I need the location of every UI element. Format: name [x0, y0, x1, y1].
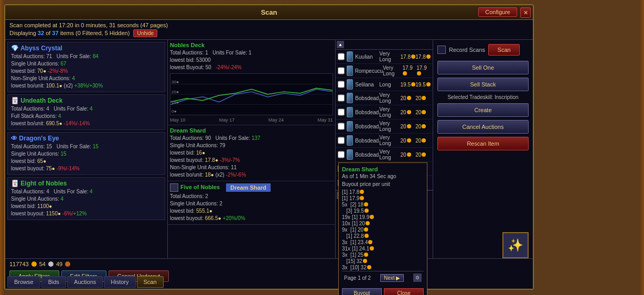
tooltip-row: 19x [1] 19.9 — [342, 214, 424, 220]
chart-x-labels-1: May 10May 17May 24May 31 — [170, 117, 333, 123]
item-portrait-icon: ✨ — [503, 233, 528, 257]
auction-duration: Very Long — [379, 121, 400, 132]
auction-bid: 19.5 — [401, 82, 416, 88]
unhide-button[interactable]: Unhide — [133, 29, 157, 37]
configure-button[interactable]: Configure — [478, 7, 517, 17]
page-label: Page 1 of 2 — [344, 275, 371, 281]
status-text1: Scan completed at 17:20 in 0 minutes, 31… — [9, 22, 168, 28]
status-count: 32 — [38, 30, 44, 36]
auction-row[interactable]: Bobsdead Very Long 20 20 — [336, 105, 433, 119]
tooltip-close-button[interactable]: Close — [384, 288, 424, 295]
tab-browse[interactable]: Browse — [7, 276, 40, 288]
next-page-button[interactable]: Next ▶ — [380, 274, 404, 282]
auction-row[interactable]: Bobsdead Very Long 20 20 — [336, 134, 433, 148]
tooltip-row: [1] 17.8 — [342, 189, 424, 195]
list-item[interactable]: 🃏 Eight of Nobles Total Auctions: 4 Unit… — [7, 177, 165, 220]
auction-buyout: 20 — [415, 124, 431, 129]
silver-coin-icon — [48, 261, 53, 267]
auction-checkbox[interactable] — [338, 151, 345, 158]
auction-bid: 17.9 — [402, 65, 416, 77]
tooltip-row: 3x [10] 32 — [342, 265, 424, 270]
list-item[interactable]: 👁 Dragon's Eye Total Auctions: 15 Units … — [7, 132, 165, 175]
auction-checkbox[interactable] — [338, 81, 345, 88]
auction-seller: Bobsdead — [355, 95, 379, 101]
tooltip-row: [15] 32 — [342, 258, 424, 264]
chart-graph-1: 30● 20● 10● 0● — [170, 73, 333, 115]
sell-one-button[interactable]: Sell One — [437, 61, 529, 74]
svg-text:0●: 0● — [171, 109, 177, 114]
tab-auctions[interactable]: Auctions — [67, 276, 103, 288]
auction-checkbox[interactable] — [338, 137, 345, 144]
auction-item-icon — [347, 93, 353, 103]
create-button[interactable]: Create — [437, 103, 529, 117]
tab-scan[interactable]: Scan — [137, 276, 164, 288]
chart-title-3: Five of Nobles — [180, 184, 220, 190]
auction-row[interactable]: Bobsdead Very Long 20 20 — [336, 91, 433, 105]
auction-checkbox[interactable] — [338, 67, 345, 74]
item-portrait: ✨ — [502, 232, 529, 258]
record-scans-checkbox[interactable] — [437, 46, 446, 54]
settings-icon[interactable]: ⚙ — [413, 274, 422, 282]
tooltip-popup: Dream Shard As of 1 Min 34 Sec ago Buyou… — [338, 162, 427, 295]
buyout-button[interactable]: Buyout — [342, 288, 382, 295]
tab-bids[interactable]: Bids — [41, 276, 66, 288]
scan-button[interactable]: Scan — [488, 44, 520, 56]
status-total: 37 — [52, 30, 58, 36]
item-name-2: 🃏 Undeath Deck — [11, 97, 162, 104]
window-title: Scan — [261, 8, 277, 16]
item-name-1: 💎 Abyss Crystal — [11, 45, 162, 52]
auction-duration: Long — [379, 82, 400, 88]
tooltip-row: 31x [1] 24.1 — [342, 246, 424, 252]
auction-seller: Bobsdead — [355, 124, 379, 129]
svg-text:10●: 10● — [171, 100, 179, 105]
title-bar: Scan Configure ✕ — [5, 5, 533, 20]
page-info: Page 1 of 2 Next ▶ ⚙ — [342, 271, 424, 284]
auction-seller: Kuulian — [355, 54, 379, 60]
list-item[interactable]: 💎 Abyss Crystal Total Auctions: 71 Units… — [7, 42, 165, 92]
list-item[interactable]: 🃏 Undeath Deck Total Auctions: 4 Units F… — [7, 94, 165, 130]
auction-duration: Very Long — [379, 92, 400, 104]
sell-stack-button[interactable]: Sell Stack — [437, 78, 529, 91]
currency-bar: 117743 54 49 — [5, 259, 533, 269]
svg-text:30●: 30● — [171, 80, 179, 84]
tooltip-row: 10x [1] 20 — [342, 221, 424, 226]
status-of: of — [46, 30, 52, 36]
auction-row[interactable]: Kuulian Very Long 17.8 17.8 — [336, 50, 433, 64]
copper-coin-icon — [65, 261, 70, 267]
auction-row[interactable]: Bobsdead Very Long 20 20 — [336, 148, 433, 162]
item-stats-4: Total Auctions: 4 Units For Sale: 4 Sing… — [11, 188, 162, 217]
auction-bid: 17.8 — [401, 54, 416, 60]
gold-coin-icon — [31, 261, 37, 267]
status-line2: Displaying 32 of 37 items (0 Filtered, 5… — [9, 29, 529, 37]
auction-checkbox[interactable] — [338, 53, 345, 60]
auction-buyout: 17.9 — [416, 65, 431, 77]
rescan-button[interactable]: Rescan Item — [437, 137, 529, 150]
auction-checkbox[interactable] — [338, 94, 345, 102]
auction-row[interactable]: Rompecucu Very Long 17.9 17.9 — [336, 64, 433, 78]
record-scans-row: Record Scans Scan — [437, 44, 529, 56]
tab-history[interactable]: History — [104, 276, 135, 288]
auction-checkbox[interactable] — [338, 123, 345, 130]
auction-buyout: 20 — [415, 95, 431, 101]
gold-amount: 117743 — [9, 261, 29, 267]
auction-row[interactable]: Bobsdead Very Long 20 20 — [336, 119, 433, 134]
close-button[interactable]: ✕ — [520, 7, 531, 18]
auction-item-icon — [347, 79, 353, 90]
auction-seller: Bobsdead — [355, 152, 379, 158]
status-prefix: Displaying — [9, 30, 38, 36]
auction-checkbox[interactable] — [338, 108, 345, 116]
cancel-auctions-button[interactable]: Cancel Auctions — [437, 120, 529, 134]
auction-row[interactable]: Selilana Long 19.5 19.5 — [336, 78, 433, 91]
tooltip-row: [3] 19.5 — [342, 208, 424, 214]
scroll-up-arrow[interactable]: ▲ — [337, 41, 344, 48]
auction-duration: Very Long — [379, 106, 400, 118]
auction-duration: Very Long — [379, 149, 400, 160]
status-bar: Scan completed at 17:20 in 0 minutes, 31… — [5, 20, 533, 40]
item-stats-2: Total Auctions: 4 Units For Sale: 4 Full… — [11, 105, 162, 127]
auction-item-icon — [347, 149, 353, 160]
item-name-3: 👁 Dragon's Eye — [11, 135, 162, 142]
auction-bid: 20 — [401, 124, 416, 129]
silver-amount: 54 — [39, 261, 46, 267]
tooltip-row: 3x [1] 25 — [342, 252, 424, 258]
right-decoration — [640, 0, 644, 295]
